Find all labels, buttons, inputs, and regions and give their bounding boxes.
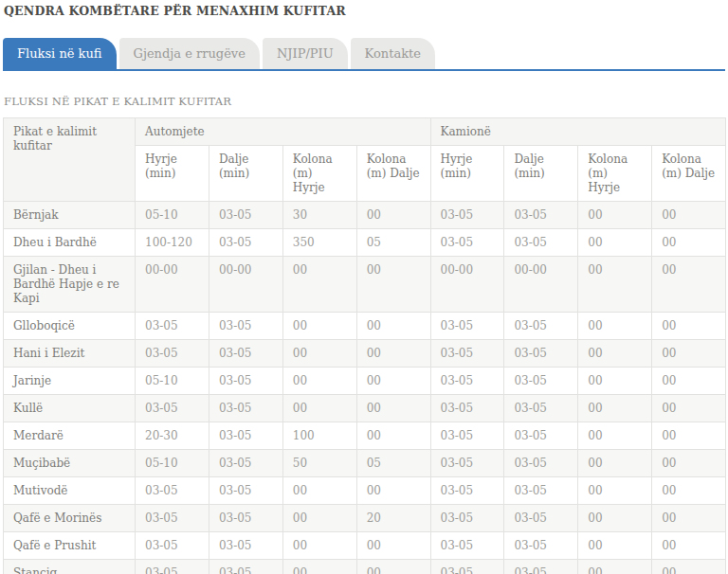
- flow-value-cell: 03-05: [430, 532, 504, 560]
- column-header-kamione-kolona-dalje: Kolona (m) Dalje: [652, 146, 726, 202]
- flow-value-cell: 00: [652, 395, 726, 422]
- flow-value-cell: 03-05: [504, 422, 578, 450]
- crossing-point-name: Bërnjak: [4, 202, 136, 229]
- flow-value-cell: 03-05: [209, 505, 282, 532]
- flow-value-cell: 00: [356, 422, 430, 450]
- flow-value-cell: 00: [578, 505, 652, 532]
- column-header-auto-kolona-dalje: Kolona (m) Dalje: [356, 146, 430, 202]
- tab-gjendja-e-rrugeve[interactable]: Gjendja e rrugëve: [119, 38, 260, 69]
- crossing-point-name: Hani i Elezit: [4, 340, 136, 368]
- flow-value-cell: 03-05: [504, 202, 578, 229]
- flow-value-cell: 00: [578, 560, 652, 574]
- flow-value-cell: 03-05: [136, 560, 209, 574]
- flow-value-cell: 00: [652, 560, 726, 574]
- flow-value-cell: 03-05: [504, 560, 578, 574]
- flow-value-cell: 03-05: [430, 202, 504, 229]
- table-row: Dheu i Bardhë100-12003-053500503-0503-05…: [4, 229, 726, 257]
- flow-value-cell: 03-05: [136, 313, 209, 340]
- flow-value-cell: 03-05: [430, 229, 504, 257]
- flow-value-cell: 05-10: [136, 368, 209, 395]
- tab-fluksi-ne-kufi[interactable]: Fluksi në kufi: [3, 38, 117, 69]
- flow-value-cell: 100-120: [136, 229, 209, 257]
- flow-value-cell: 03-05: [209, 477, 282, 505]
- tab-kontakte[interactable]: Kontakte: [351, 38, 435, 69]
- column-header-kamione-kolona-hyrje: Kolona (m) Hyrje: [578, 146, 652, 202]
- tab-njip-piu[interactable]: NJIP/PIU: [263, 38, 348, 69]
- crossing-point-name: Stançiq: [4, 560, 136, 574]
- flow-value-cell: 00: [282, 257, 356, 313]
- flow-value-cell: 00: [578, 313, 652, 340]
- flow-value-cell: 03-05: [136, 395, 209, 422]
- flow-value-cell: 00: [578, 368, 652, 395]
- flow-value-cell: 03-05: [209, 532, 282, 560]
- table-row: Glloboqicë03-0503-05000003-0503-050000: [4, 313, 726, 340]
- flow-value-cell: 00-00: [504, 257, 578, 313]
- page: QENDRA KOMBËTARE PËR MENAXHIM KUFITAR Fl…: [0, 0, 728, 574]
- flow-value-cell: 30: [282, 202, 356, 229]
- flow-value-cell: 00: [578, 532, 652, 560]
- flow-value-cell: 00: [652, 422, 726, 450]
- table-row: Jarinje05-1003-05000003-0503-050000: [4, 368, 726, 395]
- flow-value-cell: 00: [282, 505, 356, 532]
- flow-value-cell: 00: [356, 340, 430, 368]
- column-group-automjete: Automjete: [136, 118, 431, 146]
- flow-value-cell: 05: [356, 229, 430, 257]
- flow-value-cell: 50: [282, 450, 356, 477]
- flow-value-cell: 00: [282, 532, 356, 560]
- table-row: Gjilan - Dheu i Bardhë Hapje e re Kapi00…: [4, 257, 726, 313]
- table-row: Bërnjak05-1003-05300003-0503-050000: [4, 202, 726, 229]
- flow-value-cell: 00: [652, 257, 726, 313]
- flow-value-cell: 00: [282, 560, 356, 574]
- flow-value-cell: 05-10: [136, 450, 209, 477]
- flow-value-cell: 03-05: [430, 340, 504, 368]
- table-row: Qafë e Prushit03-0503-05000003-0503-0500…: [4, 532, 726, 560]
- flow-value-cell: 03-05: [136, 477, 209, 505]
- flow-value-cell: 00: [282, 395, 356, 422]
- flow-value-cell: 00: [356, 560, 430, 574]
- flow-value-cell: 00-00: [430, 257, 504, 313]
- column-header-auto-dalje-min: Dalje (min): [209, 146, 282, 202]
- flow-value-cell: 00-00: [209, 257, 282, 313]
- flow-value-cell: 00: [356, 257, 430, 313]
- flow-value-cell: 00: [356, 313, 430, 340]
- crossing-point-name: Mutivodë: [4, 477, 136, 505]
- flow-value-cell: 00: [652, 477, 726, 505]
- flow-value-cell: 05: [356, 450, 430, 477]
- flow-value-cell: 00: [578, 340, 652, 368]
- flow-value-cell: 350: [282, 229, 356, 257]
- crossing-point-name: Qafë e Morinës: [4, 505, 136, 532]
- flow-value-cell: 03-05: [430, 313, 504, 340]
- flow-value-cell: 00: [356, 202, 430, 229]
- flow-value-cell: 00: [356, 532, 430, 560]
- flow-value-cell: 03-05: [430, 450, 504, 477]
- crossing-point-name: Gjilan - Dheu i Bardhë Hapje e re Kapi: [4, 257, 136, 313]
- flow-value-cell: 03-05: [209, 368, 282, 395]
- flow-value-cell: 00: [652, 229, 726, 257]
- flow-value-cell: 03-05: [430, 368, 504, 395]
- flow-value-cell: 03-05: [430, 560, 504, 574]
- flow-value-cell: 03-05: [136, 505, 209, 532]
- flow-value-cell: 03-05: [136, 532, 209, 560]
- flow-value-cell: 100: [282, 422, 356, 450]
- flow-value-cell: 00: [282, 477, 356, 505]
- flow-value-cell: 03-05: [430, 477, 504, 505]
- column-header-crossing-points: Pikat e kalimit kufitar: [4, 118, 136, 202]
- flow-value-cell: 03-05: [430, 505, 504, 532]
- flow-value-cell: 00: [578, 202, 652, 229]
- table-row: Mutivodë03-0503-05000003-0503-050000: [4, 477, 726, 505]
- flow-value-cell: 00: [652, 368, 726, 395]
- column-header-kamione-hyrje-min: Hyrje (min): [430, 146, 504, 202]
- flow-value-cell: 03-05: [209, 229, 282, 257]
- flow-value-cell: 03-05: [504, 532, 578, 560]
- flow-value-cell: 00: [578, 477, 652, 505]
- flow-value-cell: 03-05: [136, 340, 209, 368]
- crossing-point-name: Dheu i Bardhë: [4, 229, 136, 257]
- table-header: Pikat e kalimit kufitar Automjete Kamion…: [4, 118, 726, 202]
- flow-value-cell: 03-05: [430, 395, 504, 422]
- flow-value-cell: 03-05: [504, 450, 578, 477]
- flow-value-cell: 00: [282, 340, 356, 368]
- table-row: Stançiq03-0503-05000003-0503-050000: [4, 560, 726, 574]
- flow-value-cell: 00: [578, 422, 652, 450]
- flow-value-cell: 00: [356, 395, 430, 422]
- flow-value-cell: 05-10: [136, 202, 209, 229]
